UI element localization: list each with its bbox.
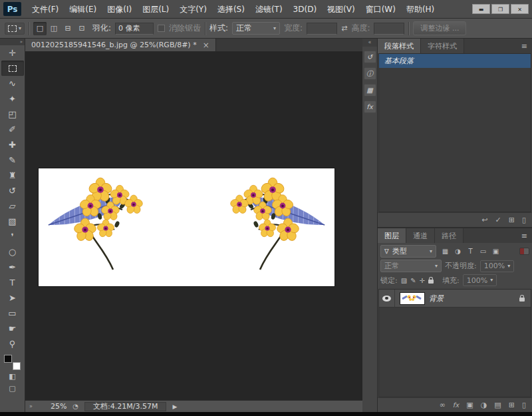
tool-preset-picker[interactable]: ▾ xyxy=(5,23,25,35)
brush-tool[interactable]: ✎ xyxy=(1,152,24,168)
info-panel-button[interactable]: ⓘ xyxy=(364,67,376,80)
visibility-toggle[interactable] xyxy=(379,290,395,307)
shape-tool[interactable]: ▭ xyxy=(1,306,24,321)
style-dropdown[interactable]: 正常 ▾ xyxy=(232,22,280,35)
document-tab[interactable]: 0012025185941546_b.jpg @ 25%(RGB/8#) * × xyxy=(25,39,216,51)
quick-selection-tool[interactable]: ✦ xyxy=(1,91,24,106)
crop-tool[interactable]: ◰ xyxy=(1,106,24,122)
table-row[interactable]: 背景 xyxy=(379,290,531,308)
close-icon[interactable]: × xyxy=(203,41,209,50)
menu-layer[interactable]: 图层(L) xyxy=(137,0,174,19)
lock-position-icon[interactable]: ✛ xyxy=(420,277,425,284)
layer-filter-toggle[interactable] xyxy=(519,248,529,255)
intersect-selection-button[interactable]: ⊡ xyxy=(75,22,88,35)
new-selection-button[interactable]: □ xyxy=(33,22,47,35)
adjustment-layer-icon[interactable]: ◑ xyxy=(481,401,487,409)
menu-window[interactable]: 窗口(W) xyxy=(360,0,401,19)
filter-shape-icon[interactable]: ▭ xyxy=(477,246,489,257)
tab-paragraph-styles[interactable]: 段落样式 xyxy=(378,39,421,53)
new-style-icon[interactable]: ⊞ xyxy=(509,216,515,224)
type-tool[interactable]: T xyxy=(1,275,24,290)
list-item[interactable]: 基本段落 xyxy=(379,54,531,68)
blur-tool[interactable]: ❜ xyxy=(1,229,24,244)
panel-menu-icon[interactable]: ≡ xyxy=(517,228,532,243)
opacity-dropdown[interactable]: 100% ▾ xyxy=(480,260,514,272)
lock-transparent-icon[interactable]: ▨ xyxy=(401,277,407,284)
menu-select[interactable]: 选择(S) xyxy=(212,0,250,19)
layer-mask-icon[interactable]: ▣ xyxy=(466,401,473,409)
refine-edge-button[interactable]: 调整边缘 ... xyxy=(413,21,466,35)
rectangular-marquee-tool[interactable] xyxy=(1,61,24,76)
layer-style-icon[interactable]: fx xyxy=(453,401,459,409)
menu-type[interactable]: 文字(Y) xyxy=(174,0,212,19)
toolbar-collapse-icon[interactable]: » xyxy=(0,39,25,45)
tab-paths[interactable]: 路径 xyxy=(435,228,464,243)
foreground-color-swatch[interactable] xyxy=(4,355,12,363)
move-tool[interactable]: ✛ xyxy=(1,45,24,61)
minimize-button[interactable]: ▬ xyxy=(472,4,490,14)
color-swatches[interactable] xyxy=(4,355,21,370)
menu-image[interactable]: 图像(I) xyxy=(102,0,137,19)
panel-menu-icon[interactable]: ≡ xyxy=(517,39,532,53)
swatches-panel-button[interactable]: ▦ xyxy=(364,84,376,97)
redefine-style-icon[interactable]: ✓ xyxy=(495,216,501,224)
tab-character-styles[interactable]: 字符样式 xyxy=(421,39,464,53)
filter-smart-object-icon[interactable]: ▣ xyxy=(490,246,501,257)
filter-adjustment-icon[interactable]: ◑ xyxy=(452,246,464,257)
clone-stamp-tool[interactable]: ♜ xyxy=(1,168,24,183)
delete-style-icon[interactable]: ▯ xyxy=(522,216,526,224)
history-panel-button[interactable]: ↺ xyxy=(364,51,376,63)
document-size-info[interactable]: 文档:4.21M/3.57M xyxy=(84,402,166,411)
hand-tool[interactable]: ☛ xyxy=(1,321,24,336)
status-grip-icon[interactable]: » xyxy=(29,403,33,409)
filter-kind-dropdown[interactable]: ∇ 类型 ▾ xyxy=(380,245,436,258)
healing-brush-tool[interactable]: ✚ xyxy=(1,137,24,152)
eraser-tool[interactable]: ▱ xyxy=(1,198,24,214)
dodge-tool[interactable]: ○ xyxy=(1,244,24,260)
menu-edit[interactable]: 编辑(E) xyxy=(64,0,102,19)
layer-thumbnail[interactable] xyxy=(400,293,424,304)
lasso-tool[interactable]: ∿ xyxy=(1,76,24,91)
zoom-level[interactable]: 25% xyxy=(51,402,66,411)
gradient-tool[interactable]: ▧ xyxy=(1,214,24,229)
menu-3d[interactable]: 3D(D) xyxy=(288,0,322,19)
height-input[interactable] xyxy=(374,23,404,35)
lock-pixels-icon[interactable]: ✎ xyxy=(410,277,416,284)
swap-dimensions-icon[interactable]: ⇄ xyxy=(341,24,347,33)
blend-mode-dropdown[interactable]: 正常 ▾ xyxy=(380,260,442,272)
eyedropper-tool[interactable]: ✐ xyxy=(1,122,24,137)
quick-mask-button[interactable]: ◧ xyxy=(1,370,24,382)
antialias-checkbox[interactable] xyxy=(158,25,165,32)
fill-dropdown[interactable]: 100% ▾ xyxy=(463,274,497,286)
tab-channels[interactable]: 通道 xyxy=(406,228,435,243)
filter-type-icon[interactable]: T xyxy=(465,246,476,257)
filter-pixel-icon[interactable]: ▦ xyxy=(440,246,451,257)
layer-name[interactable]: 背景 xyxy=(429,294,519,304)
tab-layers[interactable]: 图层 xyxy=(378,228,406,243)
new-layer-icon[interactable]: ⊞ xyxy=(509,401,515,409)
maximize-button[interactable]: ❐ xyxy=(491,4,509,14)
menu-file[interactable]: 文件(F) xyxy=(27,0,64,19)
feather-input[interactable] xyxy=(115,23,154,35)
screen-mode-button[interactable]: ▢ xyxy=(1,382,24,394)
subtract-selection-button[interactable]: ⊟ xyxy=(61,22,74,35)
close-button[interactable]: ✕ xyxy=(511,4,529,14)
link-layers-icon[interactable]: ∞ xyxy=(440,401,446,409)
delete-layer-icon[interactable]: ▯ xyxy=(522,401,526,409)
clear-override-icon[interactable]: ↩ xyxy=(481,216,487,224)
lock-all-icon[interactable] xyxy=(428,280,434,284)
pen-tool[interactable]: ✒ xyxy=(1,260,24,275)
history-brush-tool[interactable]: ↺ xyxy=(1,183,24,198)
menu-view[interactable]: 视图(V) xyxy=(322,0,360,19)
zoom-tool[interactable]: ⚲ xyxy=(1,336,24,351)
menu-help[interactable]: 帮助(H) xyxy=(401,0,440,19)
add-selection-button[interactable]: ◫ xyxy=(47,22,61,35)
menu-filter[interactable]: 滤镜(T) xyxy=(250,0,288,19)
path-selection-tool[interactable]: ➤ xyxy=(1,290,24,306)
expand-panels-icon[interactable]: « xyxy=(362,39,377,47)
document-canvas[interactable] xyxy=(25,52,362,400)
new-group-icon[interactable]: ▤ xyxy=(494,401,501,409)
styles-panel-button[interactable]: fx xyxy=(364,101,376,113)
background-color-swatch[interactable] xyxy=(13,362,21,370)
status-menu-arrow-icon[interactable]: ▶ xyxy=(172,403,177,410)
